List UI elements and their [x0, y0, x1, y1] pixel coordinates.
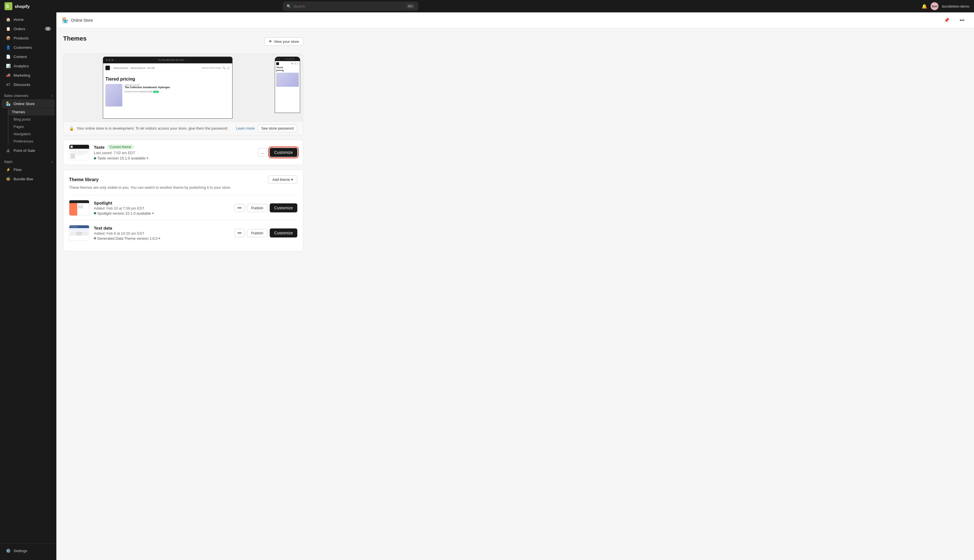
- page-title-row: Themes 👁 View your store: [63, 35, 303, 48]
- browser-dots: [106, 59, 113, 61]
- version-text: Taste version 15.1.0 available: [97, 156, 145, 160]
- store-hero: Tiered pricing Hydrogen Vendor The Colle…: [105, 74, 230, 109]
- sidebar-item-customers[interactable]: 👤 Customers: [2, 43, 55, 52]
- sidebar-item-pos[interactable]: 🖨 Point of Sale: [2, 146, 55, 155]
- nav-link-1: Volume Discount - Free Gift: [130, 67, 155, 69]
- desktop-preview: Try Bundle Bee for free → Volume Discoun…: [63, 54, 272, 122]
- page-header-bar: 🏪 Online Store 📌 •••: [57, 12, 974, 28]
- more-header-button[interactable]: •••: [956, 16, 968, 25]
- spotlight-version[interactable]: Spotlight version 15.1.0 available ▾: [94, 211, 230, 215]
- svg-text:S: S: [6, 4, 9, 9]
- sidebar-item-themes[interactable]: Themes: [8, 108, 55, 115]
- sidebar-item-navigation[interactable]: Navigation: [10, 130, 55, 137]
- sidebar-item-orders[interactable]: 📋 Orders 4: [2, 24, 55, 33]
- library-theme-row-spotlight: Spotlight Added: Feb 10 at 7:09 pm EST S…: [69, 195, 297, 220]
- spotlight-publish-button[interactable]: Publish: [247, 204, 267, 212]
- testdata-more-button[interactable]: •••: [235, 229, 245, 237]
- theme-library-section: Theme library Add theme ▾ These themes a…: [63, 170, 303, 251]
- search-input[interactable]: [294, 4, 404, 8]
- product-vendor: Hydrogen Vendor: [125, 84, 230, 86]
- current-theme-more-button[interactable]: ...: [258, 148, 267, 157]
- view-store-button[interactable]: 👁 View your store: [264, 37, 303, 46]
- mobile-bar: Try Bundle Bee: [275, 57, 300, 61]
- pin-button[interactable]: 📌: [940, 16, 954, 25]
- sidebar-item-bundle-bee[interactable]: 🐝 Bundle Bee: [2, 174, 55, 183]
- logo-text: shopify: [15, 4, 30, 9]
- library-header: Theme library Add theme ▾: [69, 175, 297, 184]
- sidebar-item-home[interactable]: 🏠 Home: [2, 15, 55, 24]
- apps-expand-icon[interactable]: ›: [51, 160, 52, 164]
- store-product: Hydrogen Vendor The Collection Snowboard…: [105, 84, 230, 107]
- spotlight-customize-button[interactable]: Customize: [270, 203, 297, 212]
- sidebar-item-marketing[interactable]: 📣 Marketing: [2, 71, 55, 80]
- browser-bar: Try Bundle Bee for free →: [103, 57, 232, 63]
- theme-name-row: Taste Current theme: [94, 145, 254, 150]
- theme-version[interactable]: Taste version 15.1.0 available ▾: [94, 156, 254, 160]
- version-dot: [94, 157, 96, 160]
- avatar[interactable]: bun: [931, 2, 939, 10]
- add-theme-button[interactable]: Add theme ▾: [268, 175, 297, 184]
- testdata-name: Test data: [94, 226, 230, 230]
- mobile-product-image: [276, 73, 299, 87]
- lock-icon: 🔒: [69, 126, 74, 131]
- browser-bar-text: Try Bundle Bee for free →: [115, 58, 229, 62]
- sidebar-item-settings[interactable]: ⚙️ Settings: [2, 546, 55, 555]
- expand-icon[interactable]: ›: [51, 94, 52, 98]
- testdata-theme-info: Test data Added: Feb 9 at 10:20 am EST G…: [94, 226, 230, 240]
- search-bar[interactable]: 🔍 ⌘K: [283, 2, 418, 11]
- sidebar-item-content[interactable]: 📄 Content: [2, 52, 55, 61]
- theme-saved: Last saved: 7:02 am EDT: [94, 151, 254, 155]
- nav-link-0: Volume Discount: [113, 67, 128, 69]
- spotlight-name: Spotlight: [94, 200, 230, 205]
- home-icon: 🏠: [6, 17, 11, 22]
- learn-more-link[interactable]: Learn more: [236, 126, 255, 130]
- online-store-icon: 🏪: [6, 101, 11, 106]
- product-info: Hydrogen Vendor The Collection Snowboard…: [125, 84, 230, 93]
- chevron-down-icon: ▾: [152, 212, 154, 215]
- sidebar-item-blog-posts[interactable]: Blog posts: [10, 116, 55, 123]
- sidebar-item-online-store[interactable]: 🏪 Online Store: [2, 99, 55, 108]
- sidebar-item-discounts[interactable]: 🏷 Discounts: [2, 80, 55, 89]
- search-icon: 🔍: [287, 4, 291, 8]
- testdata-version-text: Generated Data Theme version 1.0.0: [97, 236, 158, 240]
- library-theme-row-testdata: Test data Added: Feb 9 at 10:20 am EST G…: [69, 220, 297, 245]
- mobile-preview: Try Bundle Bee ☰ 🔍 🛒: [272, 54, 303, 122]
- testdata-thumbnail: [69, 225, 89, 241]
- see-password-button[interactable]: See store password: [258, 125, 297, 132]
- search-shortcut: ⌘K: [406, 4, 415, 9]
- notification-icon[interactable]: 🔔: [922, 4, 927, 9]
- customize-button[interactable]: Customize: [270, 148, 297, 157]
- page-title: Themes: [63, 35, 87, 42]
- chevron-down-icon: ▾: [291, 177, 293, 182]
- analytics-icon: 📊: [6, 63, 11, 68]
- chevron-down-icon: ▾: [158, 237, 160, 240]
- spotlight-version-text: Spotlight version 15.1.0 available: [97, 211, 151, 215]
- shopify-logo[interactable]: S shopify: [5, 2, 30, 10]
- sidebar-item-pages[interactable]: Pages: [10, 123, 55, 130]
- chevron-down-icon: ▾: [147, 156, 148, 160]
- spotlight-more-button[interactable]: •••: [235, 204, 245, 212]
- flow-icon: ⚡: [6, 167, 11, 172]
- original-price: €305,00 EUR: [125, 90, 138, 93]
- store-header-title: Online Store: [71, 18, 93, 23]
- content-icon: 📄: [6, 54, 11, 59]
- testdata-publish-button[interactable]: Publish: [247, 229, 267, 237]
- sales-channels-header: Sales channels ›: [0, 89, 57, 99]
- testdata-customize-button[interactable]: Customize: [270, 228, 297, 237]
- sidebar-item-products[interactable]: 📦 Products: [2, 33, 55, 43]
- sidebar-item-flow[interactable]: ⚡ Flow: [2, 165, 55, 174]
- sidebar-item-analytics[interactable]: 📊 Analytics: [2, 62, 55, 70]
- mobile-hero-title: Tieredpricing: [276, 66, 299, 72]
- topbar: S shopify 🔍 ⌘K 🔔 bun bundlebee-demo: [0, 0, 974, 12]
- sidebar-item-preferences[interactable]: Preferences: [10, 138, 55, 145]
- theme-preview-card: Try Bundle Bee for free → Volume Discoun…: [63, 53, 303, 135]
- testdata-actions: ••• Publish Customize: [235, 228, 298, 237]
- apps-header: Apps ›: [0, 155, 57, 165]
- spotlight-version-dot: [94, 212, 96, 214]
- product-name: The Collection Snowboard: Hydrogen: [125, 86, 230, 89]
- discounts-icon: 🏷: [6, 82, 11, 87]
- sidebar: 🏠 Home 📋 Orders 4 📦 Products 👤 Customers…: [0, 12, 57, 560]
- testdata-version[interactable]: Generated Data Theme version 1.0.0 ▾: [94, 236, 230, 240]
- mobile-content: ☰ 🔍 🛒 Tieredpricing: [275, 61, 300, 113]
- product-image: [105, 84, 122, 107]
